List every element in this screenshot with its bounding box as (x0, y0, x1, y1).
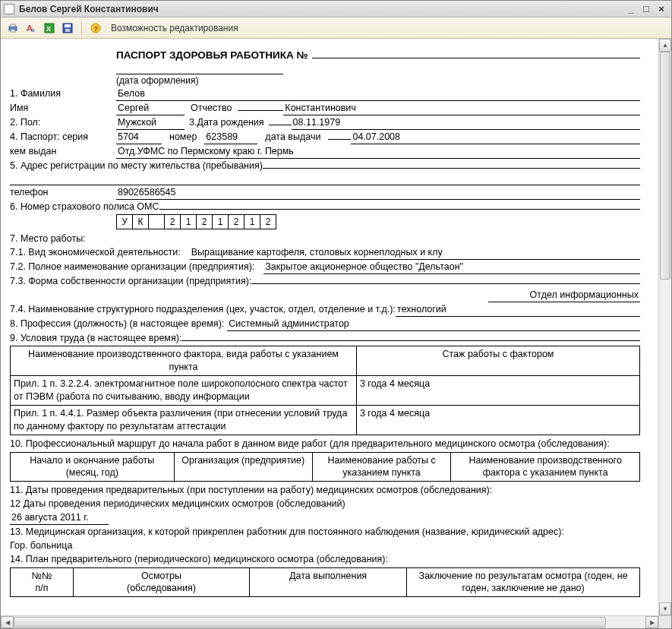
scroll-up-icon[interactable]: ▲ (659, 39, 671, 52)
value-periodic-date: 26 августа 2011 г. (10, 511, 109, 525)
oms-cell: 1 (244, 214, 260, 229)
label-patronymic: Отчество (191, 102, 232, 115)
label-department: 7.4. Наименование структурного подраздел… (10, 303, 396, 316)
scroll-right-icon[interactable]: ▶ (645, 616, 658, 628)
svg-rect-9 (65, 29, 70, 32)
svg-text:X: X (46, 25, 51, 33)
oms-cell: 1 (212, 214, 229, 229)
label-route: 10. Профессиональный маршрут до начала р… (10, 438, 610, 450)
doc-date-field (116, 64, 283, 74)
oms-cell (148, 214, 165, 229)
tbl14-h4: Заключение по результатам осмотра (годен… (407, 567, 640, 597)
scroll-thumb[interactable] (14, 617, 606, 627)
horizontal-scrollbar[interactable]: ◀ ▶ (1, 615, 671, 628)
label-oms: 6. Номер страхового полиса ОМС (10, 201, 159, 213)
value-address (263, 168, 640, 169)
content-area: ПАСПОРТ ЗДОРОВЬЯ РАБОТНИКА № (дата оформ… (1, 39, 671, 615)
minimize-button[interactable]: _ (624, 3, 638, 15)
tbl9-r1c1: Прил. 1 п. 3.2.2.4. электромагнитное пол… (11, 376, 357, 406)
close-button[interactable]: × (655, 3, 668, 15)
oms-cell: 2 (196, 214, 213, 229)
value-surname: Белов (116, 87, 640, 101)
value-name: Сергей (116, 102, 185, 115)
value-dob: 08.11.1979 (292, 116, 640, 130)
label-passport: 4. Паспорт: серия (10, 131, 116, 144)
label-pass-num: номер (169, 131, 197, 144)
value-sex: Мужской (116, 116, 185, 130)
table-conditions: Наименование производственного фактора, … (10, 346, 640, 435)
tbl9-r2c1: Прил. 1 п. 4.4.1. Размер объекта различе… (11, 405, 357, 435)
oms-cell: К (132, 214, 149, 229)
tbl14-h2: Осмотры (обследования) (73, 567, 249, 597)
label-surname: 1. Фамилия (10, 87, 116, 100)
label-prelim: 11. Даты проведения предварительных (при… (10, 484, 492, 497)
titlebar: Белов Сергей Константинович _ □ × (1, 1, 671, 17)
label-pass-date: дата выдачи (265, 131, 320, 144)
tbl14-h1: №№ п/п (11, 567, 74, 597)
value-orgname: Закрытое акционерное общество "Дельтаон" (263, 261, 640, 274)
label-dob: 3.Дата рождения (189, 116, 264, 129)
edit-mode-button[interactable]: Возможность редактирования (106, 21, 243, 35)
scroll-corner (658, 616, 671, 628)
value-pass-date: 04.07.2008 (351, 131, 640, 144)
value-department-line2: технологий (396, 303, 640, 317)
table-row: Прил. 1 п. 3.2.2.4. электромагнитное пол… (11, 376, 640, 406)
label-plan: 14. План предварительного (периодическог… (10, 553, 388, 566)
table-plan: №№ п/п Осмотры (обследования) Дата выпол… (10, 567, 640, 598)
tbl14-h3: Дата выполнения (250, 567, 407, 597)
label-conditions: 9. Условия труда (в настоящее время): (10, 332, 181, 345)
svg-rect-1 (11, 24, 15, 27)
svg-text:?: ? (94, 24, 99, 32)
tbl10-h3: Наименование работы с указанием пункта (312, 452, 450, 482)
print-icon[interactable] (5, 21, 21, 36)
scroll-down-icon[interactable]: ▼ (659, 602, 671, 615)
font-icon[interactable]: Aa (24, 21, 39, 36)
document: ПАСПОРТ ЗДОРОВЬЯ РАБОТНИКА № (дата оформ… (10, 48, 640, 597)
label-periodic: 12 Даты проведения периодических медицин… (10, 498, 345, 510)
tbl9-h2: Стаж работы с фактором (356, 346, 639, 376)
toolbar-separator (81, 21, 82, 35)
doc-title: ПАСПОРТ ЗДОРОВЬЯ РАБОТНИКА № (116, 49, 308, 62)
address-line-2 (10, 175, 640, 185)
save-icon[interactable] (60, 21, 75, 36)
oms-cell: 2 (260, 214, 276, 229)
vertical-scrollbar[interactable]: ▲ ▼ (658, 39, 671, 615)
label-sex: 2. Пол: (10, 116, 116, 129)
label-ownership: 7.3. Форма собственности организации (пр… (10, 275, 251, 288)
oms-cell: 2 (164, 214, 181, 229)
excel-icon[interactable]: X (42, 21, 57, 36)
svg-rect-8 (65, 24, 71, 27)
label-name: Имя (10, 102, 116, 115)
toolbar: Aa X ? Возможность редактирования (1, 17, 671, 39)
document-viewport[interactable]: ПАСПОРТ ЗДОРОВЬЯ РАБОТНИКА № (дата оформ… (1, 39, 658, 615)
scroll-track[interactable] (659, 52, 671, 602)
svg-text:a: a (31, 27, 35, 33)
scroll-thumb[interactable] (660, 52, 670, 280)
value-pass-num: 623589 (204, 131, 257, 144)
maximize-button[interactable]: □ (639, 3, 653, 15)
oms-cell: У (116, 214, 133, 229)
value-patronymic: Константинович (283, 102, 640, 115)
tbl10-h4: Наименование производственного фактора с… (451, 452, 640, 482)
label-medorg: 13. Медицинская организация, к которой п… (10, 526, 564, 539)
oms-cell: 1 (180, 214, 197, 229)
value-pass-series: 5704 (116, 131, 162, 144)
label-workplace: 7. Место работы: (10, 232, 86, 245)
label-orgname: 7.2. Полное наименование организации (пр… (10, 261, 254, 273)
label-activity: 7.1. Вид экономической деятельности: (10, 246, 181, 259)
value-profession: Системный администратор (227, 318, 640, 331)
label-profession: 8. Профессия (должность) (в настоящее вр… (10, 318, 224, 330)
scroll-track[interactable] (14, 616, 645, 628)
oms-cells: У К 2 1 2 1 2 1 2 (116, 214, 640, 229)
value-activity: Выращивание картофеля, столовых корнепло… (190, 246, 640, 260)
value-issued: Отд.УФМС по Пермскому краю г. Пермь (116, 145, 640, 159)
tbl9-r2c2: 3 года 4 месяца (356, 405, 639, 435)
tbl10-h1: Начало и окончание работы (месяц, год) (11, 452, 175, 482)
value-phone: 89026586545 (116, 186, 640, 200)
scroll-left-icon[interactable]: ◀ (1, 616, 14, 628)
date-label: (дата оформления) (116, 74, 640, 87)
table-row: Прил. 1 п. 4.4.1. Размер объекта различе… (11, 405, 640, 435)
help-icon[interactable]: ? (88, 21, 103, 36)
svg-rect-2 (11, 30, 15, 32)
tbl9-h1: Наименование производственного фактора, … (11, 346, 357, 376)
